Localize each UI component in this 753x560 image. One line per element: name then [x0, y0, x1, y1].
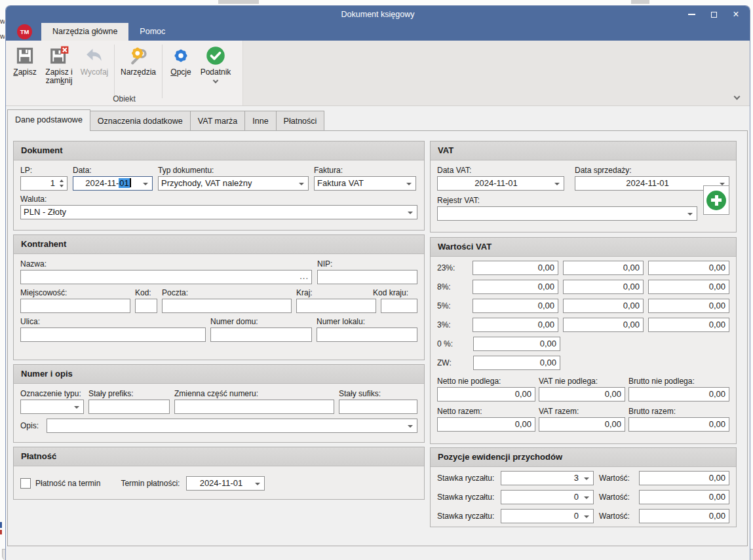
dropdown-arrow-icon	[584, 496, 589, 499]
kod-label: Kod:	[135, 288, 157, 299]
vat-nie-podlega-input[interactable]: 0,00	[539, 387, 625, 401]
waluta-select[interactable]: PLN - Złoty	[20, 205, 417, 219]
waluta-value: PLN - Złoty	[24, 207, 66, 217]
section-header: Kontrahent	[14, 235, 424, 254]
data-sprzedazy-value: 2024-11-01	[626, 178, 669, 188]
taxpayer-button[interactable]: Podatnik	[196, 45, 235, 83]
ulica-input[interactable]	[20, 327, 206, 342]
rejestr-vat-label: Rejestr VAT:	[437, 195, 729, 206]
options-button[interactable]: Opcje	[166, 45, 196, 77]
data-label: Data:	[73, 165, 153, 176]
ribbon: Zapisz Zapisz i zamknij	[6, 41, 750, 106]
nip-input[interactable]	[317, 270, 417, 284]
spinner-up-icon[interactable]	[60, 179, 64, 182]
wartosc-input-3[interactable]: 0,00	[639, 509, 729, 523]
vat-5-brutto-input[interactable]: 0,00	[648, 299, 729, 313]
vat-23-brutto-input[interactable]: 0,00	[648, 261, 729, 275]
brutto-nie-podlega-input[interactable]: 0,00	[628, 387, 729, 401]
vat-8-vat-input[interactable]: 0,00	[563, 280, 644, 294]
app-logo[interactable]: TM	[17, 24, 32, 39]
vat-5-netto-input[interactable]: 0,00	[473, 299, 558, 313]
ribbon-tab-narzedzia-glowne[interactable]: Narzędzia główne	[41, 23, 128, 41]
vat-8-netto-input[interactable]: 0,00	[473, 280, 558, 294]
vat-rate-label: ZW:	[437, 356, 469, 370]
typ-dokumentu-select[interactable]: Przychody, VAT należny	[158, 176, 309, 191]
opis-select[interactable]	[47, 419, 417, 433]
faktura-select[interactable]: Faktura VAT	[314, 176, 416, 191]
save-button[interactable]: Zapisz	[10, 45, 40, 77]
numer-lokalu-input[interactable]	[317, 327, 417, 342]
tools-icon	[128, 46, 148, 65]
save-and-close-button[interactable]: Zapisz i zamknij	[40, 45, 78, 85]
dropdown-arrow-icon	[255, 483, 260, 485]
vat-8-brutto-input[interactable]: 0,00	[648, 280, 729, 294]
vat-razem-input[interactable]: 0,00	[539, 417, 625, 432]
poczta-input[interactable]	[162, 299, 292, 313]
termin-platnosci-date-picker[interactable]: 2024-11-01	[186, 476, 265, 491]
background-text-fragment: w	[0, 32, 5, 40]
miejscowosc-input[interactable]	[20, 299, 130, 313]
netto-razem-label: Netto razem:	[437, 406, 535, 417]
add-rejestr-button[interactable]	[703, 185, 729, 215]
nazwa-input[interactable]: ...	[20, 270, 312, 284]
tab-oznaczenia-dodatkowe[interactable]: Oznaczenia dodatkowe	[90, 111, 191, 131]
maximize-icon	[711, 12, 717, 18]
spinner-down-icon[interactable]	[60, 185, 64, 187]
tab-vat-marza[interactable]: VAT marża	[191, 111, 245, 131]
vat-0-netto-input[interactable]: 0,00	[473, 337, 560, 351]
ribbon-tab-pomoc[interactable]: Pomoc	[128, 23, 176, 41]
stawka-ryczaltu-select-3[interactable]: 0	[501, 509, 594, 523]
vat-zw-netto-input[interactable]: 0,00	[473, 356, 560, 370]
wartosc-input-1[interactable]: 0,00	[639, 471, 729, 485]
platnosc-na-termin-checkbox[interactable]	[20, 478, 31, 489]
brutto-razem-label: Brutto razem:	[628, 406, 729, 417]
data-vat-label: Data VAT:	[437, 165, 564, 176]
vat-3-netto-input[interactable]: 0,00	[473, 318, 558, 332]
nip-label: NIP:	[317, 259, 417, 270]
data-vat-date-picker[interactable]: 2024-11-01	[437, 176, 564, 191]
chevron-down-icon	[213, 78, 218, 83]
netto-nie-podlega-input[interactable]: 0,00	[437, 387, 535, 401]
minimize-button[interactable]	[680, 7, 703, 22]
kraj-input[interactable]	[296, 299, 376, 313]
tools-button[interactable]: Narzędzia	[118, 45, 159, 77]
staly-sufiks-input[interactable]	[339, 400, 417, 414]
vat-23-vat-input[interactable]: 0,00	[563, 261, 644, 275]
stawka-ryczaltu-label: Stawka ryczałtu:	[437, 473, 501, 483]
dropdown-arrow-icon	[408, 425, 413, 428]
vat-rate-label: 23%:	[437, 261, 468, 275]
vat-23-netto-input[interactable]: 0,00	[473, 261, 558, 275]
vat-5-vat-input[interactable]: 0,00	[563, 299, 644, 313]
ribbon-group-obiekt: Zapisz Zapisz i zamknij	[6, 41, 243, 105]
vat-3-vat-input[interactable]: 0,00	[563, 318, 644, 332]
stawka-ryczaltu-select-2[interactable]: 0	[501, 490, 594, 504]
netto-razem-input[interactable]: 0,00	[437, 417, 535, 432]
zmienna-czesc-input[interactable]	[174, 400, 334, 414]
maximize-button[interactable]	[703, 7, 725, 22]
title-bar[interactable]: Dokument księgowy ×	[6, 6, 750, 23]
ribbon-collapse-chevron-icon[interactable]	[734, 94, 741, 100]
save-label: Zapisz	[13, 68, 36, 77]
close-button[interactable]: ×	[725, 7, 747, 22]
data-date-picker[interactable]: 2024-11-01	[73, 176, 153, 191]
kod-input[interactable]	[135, 299, 157, 313]
oznaczenie-typu-select[interactable]	[20, 400, 84, 414]
rejestr-vat-select[interactable]	[437, 206, 697, 221]
vat-3-brutto-input[interactable]: 0,00	[648, 318, 729, 332]
browse-button[interactable]: ...	[299, 271, 309, 282]
section-header: Wartości VAT	[431, 238, 736, 257]
kod-kraju-input[interactable]	[381, 299, 417, 313]
staly-prefiks-input[interactable]	[88, 400, 170, 414]
dropdown-arrow-icon	[554, 183, 560, 185]
brutto-razem-input[interactable]: 0,00	[628, 417, 729, 432]
tab-dane-podstawowe[interactable]: Dane podstawowe	[7, 109, 90, 131]
numer-domu-input[interactable]	[210, 327, 312, 342]
stawka-ryczaltu-select-1[interactable]: 3	[501, 471, 594, 485]
lp-spinner[interactable]: 1	[20, 176, 68, 191]
termin-platnosci-label: Termin płatności:	[121, 478, 180, 489]
dropdown-arrow-icon	[584, 477, 589, 480]
wartosc-input-2[interactable]: 0,00	[639, 490, 729, 504]
tab-platnosci[interactable]: Płatności	[277, 111, 325, 131]
tab-inne[interactable]: Inne	[245, 111, 276, 131]
background-fragment	[0, 530, 2, 534]
